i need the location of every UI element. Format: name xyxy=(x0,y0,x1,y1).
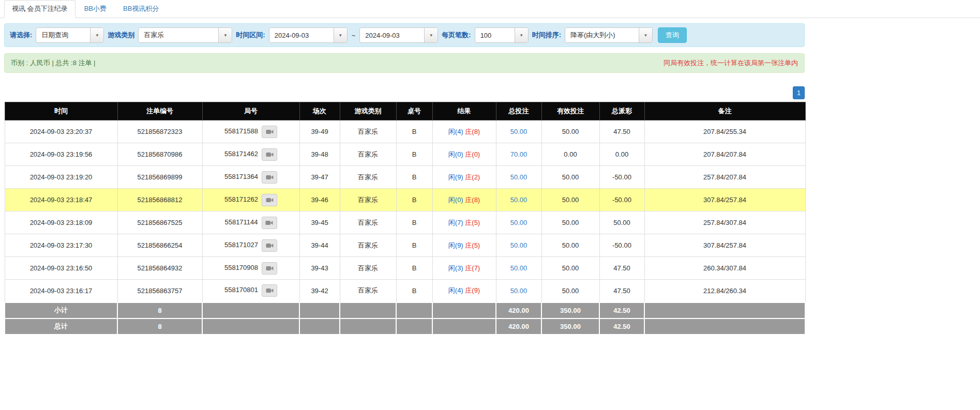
cell-result: 闲(9) 庄(2) xyxy=(432,166,496,189)
cell-note: 257.84/307.84 xyxy=(644,211,805,234)
table-row: 2024-09-03 23:18:09521856867525558171144… xyxy=(5,211,805,234)
total-empty xyxy=(432,318,496,335)
cell-table-no: B xyxy=(396,143,432,166)
total-bet-link[interactable]: 50.00 xyxy=(510,219,527,226)
cell-payout: -50.00 xyxy=(599,189,644,211)
page-size-select[interactable]: 100 ▼ xyxy=(475,27,529,43)
chevron-down-icon[interactable]: ▼ xyxy=(218,28,232,42)
total-bet-link[interactable]: 50.00 xyxy=(510,173,527,181)
result-player: 闲(4) xyxy=(448,286,463,294)
cell-total-bet: 50.00 xyxy=(496,211,541,234)
subtotal-label: 小计 xyxy=(5,302,117,318)
sort-order-value: 降幂(由大到小) xyxy=(565,28,639,42)
cell-bet-id: 521856868812 xyxy=(117,189,202,211)
query-button[interactable]: 查询 xyxy=(658,27,687,43)
cell-time: 2024-09-03 23:17:30 xyxy=(5,234,117,257)
cell-result: 闲(0) 庄(8) xyxy=(432,189,496,211)
table-header-row: 时间 注单编号 局号 场次 游戏类别 桌号 结果 总投注 有效投注 总派彩 备注 xyxy=(5,102,805,120)
cell-session: 39-48 xyxy=(299,143,340,166)
round-id-text: 558171588 xyxy=(224,127,258,135)
game-type-select[interactable]: 百家乐 ▼ xyxy=(138,27,232,43)
cell-game-type: 百家乐 xyxy=(340,257,396,280)
tab-video-bet-records[interactable]: 视讯 会员下注纪录 xyxy=(4,0,76,18)
cell-payout: 47.50 xyxy=(599,280,644,302)
result-banker: 庄(0) xyxy=(465,150,480,158)
total-payout: 42.50 xyxy=(599,318,644,335)
cell-session: 39-46 xyxy=(299,189,340,211)
cell-game-type: 百家乐 xyxy=(340,143,396,166)
tab-bb-tips[interactable]: BB小费 xyxy=(77,0,114,18)
cell-valid-bet: 50.00 xyxy=(541,280,599,302)
cell-bet-id: 521856867525 xyxy=(117,211,202,234)
result-player: 闲(9) xyxy=(448,173,463,181)
total-bet-link[interactable]: 50.00 xyxy=(510,264,527,272)
cell-total-bet: 50.00 xyxy=(496,189,541,211)
result-banker: 庄(8) xyxy=(465,196,480,204)
date-to-select[interactable]: 2024-09-03 ▼ xyxy=(359,27,438,43)
cell-round-id: 558171144 xyxy=(202,211,299,234)
page-size-label: 每页笔数: xyxy=(442,31,471,40)
date-from-select[interactable]: 2024-09-03 ▼ xyxy=(269,27,348,43)
round-id-text: 558171364 xyxy=(224,173,258,180)
cell-result: 闲(4) 庄(9) xyxy=(432,280,496,302)
cell-time: 2024-09-03 23:19:20 xyxy=(5,166,117,189)
table-row: 2024-09-03 23:20:37521856872323558171588… xyxy=(5,120,805,143)
sort-order-select[interactable]: 降幂(由大到小) ▼ xyxy=(565,27,653,43)
cell-table-no: B xyxy=(396,234,432,257)
chevron-down-icon[interactable]: ▼ xyxy=(639,28,652,42)
cell-session: 39-47 xyxy=(299,166,340,189)
subtotal-empty xyxy=(432,302,496,318)
bet-records-table: 时间 注单编号 局号 场次 游戏类别 桌号 结果 总投注 有效投注 总派彩 备注… xyxy=(4,102,806,335)
chevron-down-icon[interactable]: ▼ xyxy=(90,28,103,42)
page-1-button[interactable]: 1 xyxy=(793,86,805,99)
header-time: 时间 xyxy=(5,102,117,120)
round-id-text: 558171262 xyxy=(224,195,258,203)
date-to-value: 2024-09-03 xyxy=(360,28,424,42)
total-bet-link[interactable]: 50.00 xyxy=(510,287,527,295)
cell-game-type: 百家乐 xyxy=(340,234,396,257)
chevron-down-icon[interactable]: ▼ xyxy=(334,28,347,42)
cell-game-type: 百家乐 xyxy=(340,280,396,302)
video-replay-button[interactable] xyxy=(262,217,277,229)
query-type-select[interactable]: 日期查询 ▼ xyxy=(36,27,104,43)
total-count: 8 xyxy=(117,318,202,335)
cell-total-bet: 50.00 xyxy=(496,120,541,143)
range-separator: ~ xyxy=(351,32,356,39)
video-replay-button[interactable] xyxy=(262,126,277,138)
total-bet-link[interactable]: 50.00 xyxy=(510,128,527,135)
chevron-down-icon[interactable]: ▼ xyxy=(515,28,528,42)
cell-session: 39-43 xyxy=(299,257,340,280)
video-replay-button[interactable] xyxy=(262,148,277,161)
round-id-text: 558170908 xyxy=(224,264,258,271)
cell-result: 闲(9) 庄(5) xyxy=(432,234,496,257)
cell-valid-bet: 50.00 xyxy=(541,166,599,189)
total-bet-link[interactable]: 70.00 xyxy=(510,150,527,158)
total-bet-link[interactable]: 50.00 xyxy=(510,241,527,249)
header-table-no: 桌号 xyxy=(396,102,432,120)
cell-valid-bet: 50.00 xyxy=(541,211,599,234)
cell-payout: -50.00 xyxy=(599,234,644,257)
video-replay-button[interactable] xyxy=(262,239,277,252)
result-player: 闲(9) xyxy=(448,241,463,249)
subtotal-valid-bet: 350.00 xyxy=(541,302,599,318)
cell-table-no: B xyxy=(396,189,432,211)
game-type-value: 百家乐 xyxy=(139,28,218,42)
cell-round-id: 558171027 xyxy=(202,234,299,257)
total-bet-link[interactable]: 50.00 xyxy=(510,196,527,204)
chevron-down-icon[interactable]: ▼ xyxy=(424,28,438,42)
result-player: 闲(3) xyxy=(448,264,463,272)
tab-bb-video-points[interactable]: BB视讯积分 xyxy=(115,0,167,18)
cell-game-type: 百家乐 xyxy=(340,166,396,189)
video-replay-button[interactable] xyxy=(262,284,277,297)
info-bar: 币别 : 人民币 | 总共 :8 注单 | 同局有效投注，统一计算在该局第一张注… xyxy=(4,53,805,73)
notice-text: 同局有效投注，统一计算在该局第一张注单内 xyxy=(664,58,798,68)
subtotal-empty xyxy=(202,302,299,318)
cell-round-id: 558170908 xyxy=(202,257,299,280)
query-type-value: 日期查询 xyxy=(36,28,90,42)
cell-table-no: B xyxy=(396,166,432,189)
cell-time: 2024-09-03 23:16:50 xyxy=(5,257,117,280)
video-replay-button[interactable] xyxy=(262,171,277,184)
video-replay-button[interactable] xyxy=(262,194,277,206)
video-replay-button[interactable] xyxy=(262,262,277,275)
cell-round-id: 558171462 xyxy=(202,143,299,166)
